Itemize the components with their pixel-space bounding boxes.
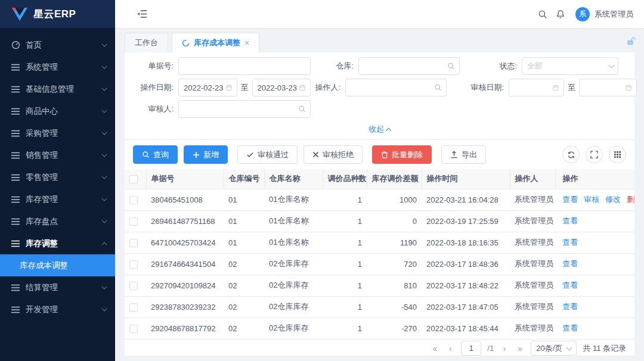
cell-count: 1 bbox=[323, 275, 367, 296]
action-view-link[interactable]: 查看 bbox=[562, 302, 578, 311]
search-button[interactable]: 查询 bbox=[133, 145, 178, 164]
action-view-link[interactable]: 查看 bbox=[562, 323, 578, 332]
fullscreen-icon[interactable] bbox=[586, 146, 603, 163]
menu-icon bbox=[11, 129, 20, 138]
action-view-link[interactable]: 查看 bbox=[562, 216, 578, 225]
logo-icon bbox=[12, 8, 27, 21]
current-page-input[interactable]: 1 bbox=[461, 341, 481, 356]
cell-time: 2022-03-18 18:16:35 bbox=[422, 232, 510, 253]
export-button[interactable]: 导出 bbox=[441, 145, 486, 164]
action-view-link[interactable]: 查看 bbox=[562, 259, 578, 268]
add-button[interactable]: 新增 bbox=[184, 145, 228, 164]
auditor-input[interactable] bbox=[178, 100, 311, 118]
operator-input[interactable] bbox=[345, 79, 447, 97]
cell-time: 2022-03-17 18:47:05 bbox=[422, 296, 510, 318]
range-separator: 至 bbox=[568, 82, 575, 93]
close-icon[interactable]: × bbox=[244, 39, 249, 47]
chevron-down-icon bbox=[101, 129, 107, 135]
row-checkbox[interactable] bbox=[129, 282, 138, 290]
cell-count: 1 bbox=[323, 189, 367, 210]
sidebar-collapse-icon[interactable] bbox=[133, 5, 151, 23]
filter-row-1: 单据号: 仓库: 状态: 全部 bbox=[125, 57, 626, 75]
action-delete-link[interactable]: 删除 bbox=[627, 195, 634, 204]
sidebar-subitem-stock-cost-adjust[interactable]: 库存成本调整 bbox=[0, 254, 115, 276]
table-row: 292387830239232 02 02仓库库存 1 -540 2022-03… bbox=[125, 296, 634, 318]
cell-bill-no: 269461487751168 bbox=[146, 210, 224, 232]
sidebar-item-settlement[interactable]: 结算管理 bbox=[0, 276, 115, 298]
batch-delete-button[interactable]: 批量删除 bbox=[372, 145, 432, 164]
cell-count: 1 bbox=[323, 210, 367, 232]
status-select[interactable]: 全部 bbox=[522, 57, 618, 75]
bill-no-input[interactable] bbox=[178, 57, 311, 75]
audit-date-to-input[interactable] bbox=[579, 79, 637, 97]
x-icon bbox=[312, 151, 319, 158]
app-title: 星云ERP bbox=[33, 7, 76, 21]
next-page-button[interactable]: › bbox=[500, 344, 509, 353]
user-name[interactable]: 系统管理员 bbox=[595, 9, 633, 20]
user-avatar[interactable]: 系 bbox=[575, 7, 590, 21]
range-separator: 至 bbox=[241, 82, 249, 93]
sidebar-item-home[interactable]: 首页 bbox=[0, 34, 115, 56]
refresh-icon[interactable] bbox=[562, 146, 580, 163]
lock-icon[interactable] bbox=[626, 36, 636, 46]
approve-button[interactable]: 审核通过 bbox=[237, 145, 298, 164]
sidebar-item-stock-adjust[interactable]: 库存调整 bbox=[0, 232, 115, 254]
select-all-checkbox[interactable] bbox=[129, 175, 138, 183]
page-content: 单据号: 仓库: 状态: 全部 bbox=[115, 52, 644, 361]
sidebar-item-stock[interactable]: 库存管理 bbox=[0, 188, 115, 210]
row-checkbox[interactable] bbox=[129, 303, 138, 312]
search-icon[interactable] bbox=[534, 5, 552, 23]
sidebar-item-retail[interactable]: 零售管理 bbox=[0, 166, 115, 188]
action-toolbar: 查询 新增 审核通过 审核拒绝 批量删除 bbox=[125, 140, 634, 169]
action-edit-link[interactable]: 修改 bbox=[605, 195, 621, 204]
action-view-link[interactable]: 查看 bbox=[562, 195, 578, 204]
first-page-button[interactable]: « bbox=[430, 344, 439, 353]
prev-page-button[interactable]: ‹ bbox=[445, 344, 455, 353]
cell-actions: 查看 bbox=[555, 275, 634, 296]
action-view-link[interactable]: 查看 bbox=[562, 238, 578, 247]
op-date-to-input[interactable]: 2022-03-23 bbox=[252, 79, 311, 97]
tab-workbench[interactable]: 工作台 bbox=[125, 33, 168, 52]
tab-stock-cost-adjust[interactable]: 库存成本调整 × bbox=[172, 33, 259, 52]
collapse-filters-link[interactable]: 收起 bbox=[125, 122, 634, 137]
row-checkbox[interactable] bbox=[129, 325, 138, 333]
sidebar-item-base-info[interactable]: 基础信息管理 bbox=[0, 78, 115, 100]
row-checkbox[interactable] bbox=[129, 196, 138, 204]
search-icon bbox=[142, 151, 150, 158]
menu-icon bbox=[11, 63, 20, 72]
app-logo: 星云ERP bbox=[0, 0, 115, 28]
cell-time: 2022-03-17 18:48:22 bbox=[422, 275, 510, 296]
cell-bill-no: 291674664341504 bbox=[146, 253, 224, 275]
warehouse-input[interactable] bbox=[358, 57, 460, 75]
col-wh-name: 仓库名称 bbox=[264, 169, 323, 189]
cell-operator: 系统管理员 bbox=[510, 189, 555, 210]
export-icon bbox=[450, 151, 458, 158]
sidebar-item-goods-center[interactable]: 商品中心 bbox=[0, 100, 115, 122]
action-audit-link[interactable]: 审核 bbox=[584, 195, 599, 204]
last-page-button[interactable]: » bbox=[515, 344, 525, 353]
sidebar-item-develop[interactable]: 开发管理 bbox=[0, 298, 115, 320]
audit-date-from-input[interactable] bbox=[509, 79, 564, 97]
cell-bill-no: 292387830239232 bbox=[146, 296, 224, 318]
table-header-row: 单据号 仓库编号 仓库名称 调价品种数 库存调价差额 操作时间 操作人 操作 bbox=[125, 169, 634, 189]
table-row: 291674664341504 02 02仓库库存 1 720 2022-03-… bbox=[125, 253, 634, 275]
sidebar-item-stock-check[interactable]: 库存盘点 bbox=[0, 210, 115, 232]
col-count: 调价品种数 bbox=[323, 169, 367, 189]
cell-operator: 系统管理员 bbox=[510, 275, 555, 296]
bell-icon[interactable] bbox=[552, 5, 569, 23]
cell-wh-name: 01仓库名称 bbox=[264, 189, 323, 210]
cell-actions: 查看审核修改删除 bbox=[555, 189, 634, 210]
action-view-link[interactable]: 查看 bbox=[562, 281, 578, 290]
op-date-from-input[interactable]: 2022-02-23 bbox=[178, 79, 237, 97]
row-checkbox[interactable] bbox=[129, 217, 138, 226]
sidebar-item-purchase[interactable]: 采购管理 bbox=[0, 122, 115, 144]
reject-button[interactable]: 审核拒绝 bbox=[304, 145, 363, 164]
page-size-select[interactable]: 20条/页 bbox=[531, 341, 577, 356]
sidebar-item-system[interactable]: 系统管理 bbox=[0, 56, 115, 78]
column-settings-icon[interactable] bbox=[609, 146, 626, 163]
row-checkbox[interactable] bbox=[129, 260, 138, 269]
cell-wh-code: 01 bbox=[224, 189, 264, 210]
sidebar-item-sale[interactable]: 销售管理 bbox=[0, 144, 115, 166]
row-checkbox[interactable] bbox=[129, 239, 138, 247]
operator-label: 操作人: bbox=[311, 82, 345, 93]
